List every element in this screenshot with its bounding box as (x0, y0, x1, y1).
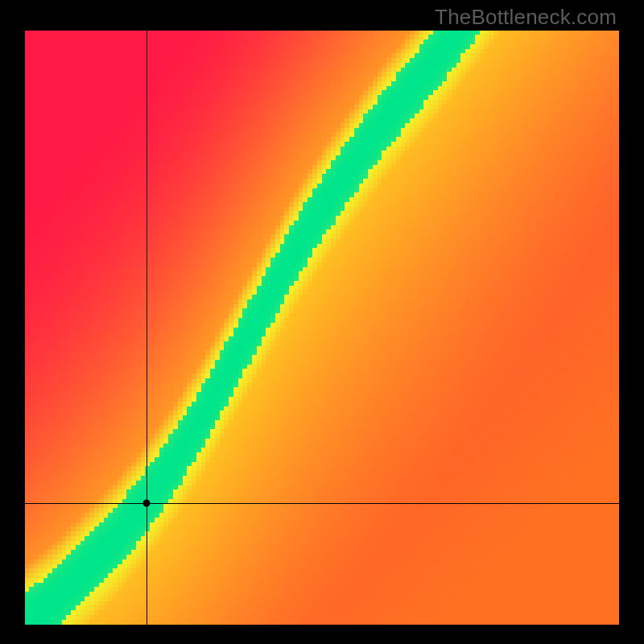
chart-frame: TheBottleneck.com (0, 0, 644, 644)
heatmap-canvas (25, 31, 619, 625)
data-point-marker (143, 499, 151, 506)
crosshair-horizontal (25, 503, 619, 504)
watermark-text: TheBottleneck.com (435, 5, 617, 30)
crosshair-vertical (147, 31, 147, 625)
heatmap-plot (25, 31, 619, 625)
